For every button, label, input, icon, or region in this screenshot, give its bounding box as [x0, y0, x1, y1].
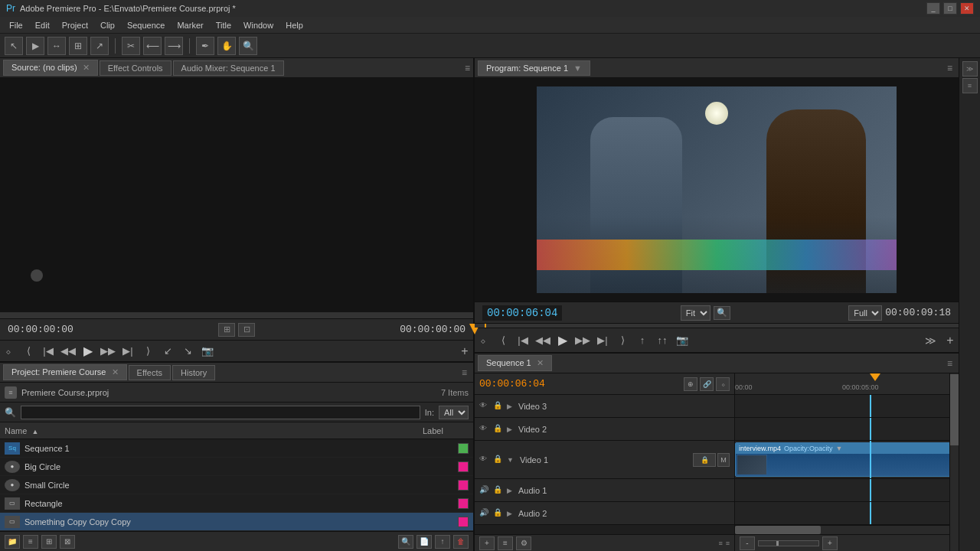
- icon-view-btn[interactable]: ⊞: [41, 535, 57, 549]
- list-item[interactable]: ▭ Rectangle: [0, 494, 473, 513]
- marker-btn[interactable]: ⬦: [716, 377, 730, 391]
- razor-tool[interactable]: ✂: [122, 37, 140, 55]
- zoom-out-btn[interactable]: -: [740, 536, 755, 550]
- new-item-btn[interactable]: 📄: [416, 535, 432, 549]
- track-lock-video1[interactable]: 🔒: [493, 455, 504, 465]
- insert-btn[interactable]: ↙: [159, 343, 176, 360]
- track-area-video3[interactable]: [735, 395, 949, 418]
- project-panel-menu[interactable]: ≡: [459, 367, 470, 378]
- track-area-audio2[interactable]: [735, 502, 949, 525]
- list-item[interactable]: ● Small Circle: [0, 476, 473, 494]
- zoom-in-btn[interactable]: +: [822, 536, 838, 550]
- track-expand-audio1[interactable]: ▶: [507, 487, 512, 494]
- in-dropdown[interactable]: All: [439, 406, 469, 419]
- tab-project[interactable]: Project: Premiere Course ✕: [3, 364, 127, 380]
- freeform-view-btn[interactable]: ⊠: [60, 535, 75, 549]
- mark-in-program-btn[interactable]: ⟨: [495, 332, 511, 349]
- add-track-btn[interactable]: +: [479, 536, 495, 550]
- timeline-scroll-thumb[interactable]: [735, 526, 821, 534]
- mark-out-btn[interactable]: ⟩: [139, 343, 156, 360]
- video-clip-interview[interactable]: interview.mp4 Opacity:Opacity ▼: [735, 442, 949, 477]
- track-lock-audio1[interactable]: 🔒: [493, 485, 504, 496]
- timeline-panel-menu[interactable]: ≡: [944, 358, 956, 369]
- minimize-button[interactable]: _: [926, 2, 940, 15]
- track-eye-audio1[interactable]: 🔊: [479, 485, 490, 496]
- extract-btn[interactable]: ↑↑: [654, 332, 671, 349]
- track-eye-video1[interactable]: 👁: [479, 455, 490, 465]
- export-frame-btn[interactable]: ⊡: [238, 323, 255, 337]
- zoom-icon-btn[interactable]: 🔍: [714, 306, 730, 320]
- menu-file[interactable]: File: [3, 19, 29, 31]
- tab-sequence-1[interactable]: Sequence 1 ✕: [478, 355, 552, 371]
- menu-title[interactable]: Title: [210, 19, 237, 31]
- export-frame-program-btn[interactable]: 📷: [674, 332, 691, 349]
- list-item[interactable]: ▭ Something Copy Copy Copy: [0, 513, 473, 531]
- menu-sequence[interactable]: Sequence: [121, 19, 172, 31]
- timeline-view-btn[interactable]: ≡: [498, 536, 513, 550]
- step-fwd-program-btn[interactable]: ▶▶: [574, 332, 591, 349]
- go-to-in-btn[interactable]: |◀: [40, 343, 57, 360]
- effect-dropdown-icon[interactable]: ▼: [836, 445, 843, 452]
- track-area-video2[interactable]: [735, 418, 949, 441]
- source-panel-menu[interactable]: ≡: [465, 63, 470, 73]
- play-program-btn[interactable]: ▶: [554, 332, 571, 349]
- menu-project[interactable]: Project: [56, 19, 94, 31]
- menu-edit[interactable]: Edit: [29, 19, 56, 31]
- export-frame-source-btn[interactable]: 📷: [199, 343, 216, 360]
- selection-tool[interactable]: ↖: [5, 37, 23, 55]
- add-to-seq-btn[interactable]: +: [456, 343, 473, 360]
- sync-lock-btn[interactable]: 🔒: [693, 453, 716, 467]
- add-marker-btn[interactable]: ⬦: [0, 343, 17, 360]
- search-input[interactable]: [21, 406, 420, 419]
- ripple-edit-tool[interactable]: ↔: [47, 37, 66, 55]
- list-item[interactable]: Sq Sequence 1: [0, 439, 473, 458]
- menu-help[interactable]: Help: [279, 19, 309, 31]
- tab-source[interactable]: Source: (no clips) ✕: [3, 60, 98, 76]
- slip-tool[interactable]: ⟵: [143, 37, 162, 55]
- timeline-settings-btn[interactable]: ⚙: [516, 536, 531, 550]
- close-source-tab[interactable]: ✕: [83, 63, 90, 72]
- new-bin-btn[interactable]: 📁: [5, 535, 20, 549]
- track-expand-video2[interactable]: ▶: [507, 425, 512, 433]
- timeline-scrollbar[interactable]: [735, 525, 949, 534]
- rolling-edit-tool[interactable]: ⊞: [69, 37, 87, 55]
- rate-stretch-tool[interactable]: ↗: [90, 37, 109, 55]
- side-panel-btn-1[interactable]: ≫: [962, 61, 978, 77]
- delete-btn[interactable]: 🗑: [453, 535, 469, 549]
- insert-button[interactable]: ⊞: [218, 323, 235, 337]
- track-lock-video3[interactable]: 🔒: [493, 401, 504, 412]
- track-area-video1[interactable]: interview.mp4 Opacity:Opacity ▼: [735, 441, 949, 479]
- track-expand-video1[interactable]: ▼: [507, 456, 514, 464]
- add-program-btn[interactable]: +: [942, 332, 959, 349]
- restore-button[interactable]: □: [943, 2, 957, 15]
- program-panel-menu[interactable]: ≡: [944, 63, 956, 73]
- search-btn[interactable]: 🔍: [398, 535, 413, 549]
- track-select-tool[interactable]: ▶: [26, 37, 44, 55]
- quality-dropdown[interactable]: Full: [848, 305, 882, 321]
- link-btn[interactable]: 🔗: [700, 377, 714, 391]
- track-eye-video3[interactable]: 👁: [479, 401, 490, 412]
- overwrite-btn[interactable]: ↘: [179, 343, 196, 360]
- clear-btn[interactable]: ↑: [435, 535, 450, 549]
- close-project-tab[interactable]: ✕: [112, 367, 119, 377]
- step-back-btn[interactable]: ◀◀: [60, 343, 77, 360]
- list-item[interactable]: ● Big Circle: [0, 458, 473, 476]
- track-area-audio1[interactable]: [735, 479, 949, 502]
- source-progress-bar[interactable]: [0, 312, 473, 318]
- fit-dropdown[interactable]: Fit: [681, 305, 710, 321]
- settings-program-btn[interactable]: ≫: [922, 332, 939, 349]
- timeline-vscroll-thumb[interactable]: [950, 374, 959, 445]
- step-fwd-btn[interactable]: ▶▶: [100, 343, 116, 360]
- mark-out-program-btn[interactable]: ⟩: [614, 332, 631, 349]
- tab-effects[interactable]: Effects: [129, 365, 171, 380]
- tab-audio-mixer[interactable]: Audio Mixer: Sequence 1: [173, 60, 284, 76]
- track-expand-video3[interactable]: ▶: [507, 403, 512, 410]
- mark-in-btn[interactable]: ⟨: [20, 343, 37, 360]
- step-back-program-btn[interactable]: ◀◀: [534, 332, 551, 349]
- go-to-in-program-btn[interactable]: |◀: [514, 332, 531, 349]
- pen-tool[interactable]: ✒: [196, 37, 214, 55]
- menu-marker[interactable]: Marker: [171, 19, 209, 31]
- track-expand-audio2[interactable]: ▶: [507, 510, 512, 517]
- tab-effect-controls[interactable]: Effect Controls: [100, 60, 172, 76]
- close-timeline-tab[interactable]: ✕: [537, 358, 544, 367]
